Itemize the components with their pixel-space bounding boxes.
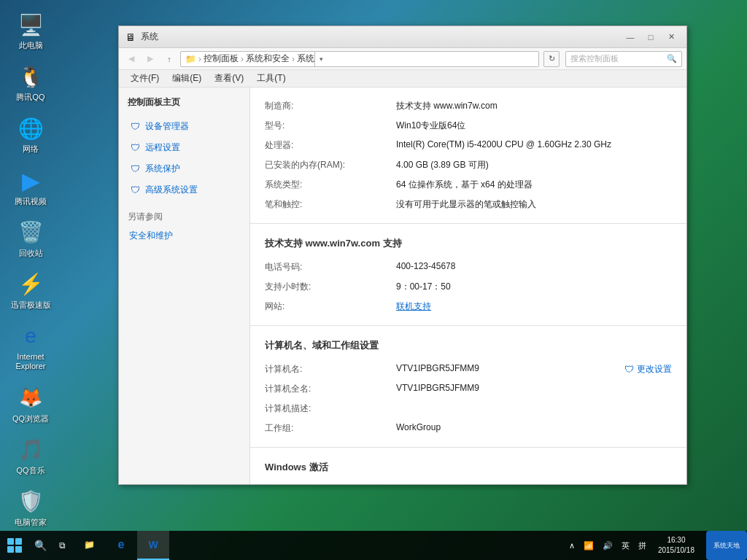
menu-file[interactable]: 文件(F): [125, 71, 165, 87]
up-button[interactable]: ↑: [161, 51, 177, 67]
section-computer-name: 计算机名、域和工作组设置 计算机名: VTV1IPBGR5JFMM9 🛡 更改设…: [250, 326, 686, 448]
main-content: 制造商: 技术支持 www.win7w.com 型号: Win10专业版64位 …: [250, 88, 686, 484]
icon-tencent-video[interactable]: ▶ 腾讯视频: [7, 163, 54, 209]
sidebar: 控制面板主页 🛡 设备管理器 🛡 远程设置 🛡 系统保护 🛡 高级系统设置: [119, 88, 250, 484]
breadcrumb-security: 系统和安全: [246, 52, 290, 65]
label-computer-fullname: 计算机全名:: [265, 383, 396, 395]
icon-xunlei[interactable]: ⚡ 迅雷极速版: [7, 267, 54, 313]
security-maintenance-link[interactable]: 安全和维护: [125, 228, 244, 244]
shield-icon-4: 🛡: [129, 184, 141, 196]
row-processor: 处理器: Intel(R) Core(TM) i5-4200U CPU @ 1.…: [265, 136, 672, 155]
activation-title: Windows 激活: [265, 456, 672, 478]
address-dropdown-button[interactable]: ▾: [314, 51, 328, 67]
row-model: 型号: Win10专业版64位: [265, 116, 672, 136]
breadcrumb-folder-icon: 📁: [185, 54, 196, 64]
start-button[interactable]: [0, 531, 29, 560]
label-manufacturer: 制造商:: [265, 100, 396, 112]
system-window: 🖥 系统 — □ ✕ ◀ ▶ ↑ 📁 › 控制面板 › 系统和安全 ›: [118, 26, 687, 485]
taskbar-ie[interactable]: e: [105, 531, 137, 560]
section-tech-support: 技术支持 www.win7w.com 支持 电话号码: 400-123-4567…: [250, 224, 686, 326]
taskbar-file-explorer[interactable]: 📁: [73, 531, 105, 560]
sys-tray-wifi[interactable]: 📶: [581, 531, 597, 560]
taskbar-word[interactable]: W: [137, 531, 169, 560]
refresh-button[interactable]: ↻: [543, 51, 560, 67]
window-controls: — □ ✕: [621, 30, 681, 44]
label-website: 网站:: [265, 300, 396, 313]
icon-network[interactable]: 🌐 网络: [7, 111, 54, 157]
value-system-type: 64 位操作系统，基于 x64 的处理器: [396, 179, 672, 191]
label-pen-touch: 笔和触控:: [265, 198, 396, 211]
icon-ie[interactable]: e Internet Explorer: [7, 319, 54, 374]
close-button[interactable]: ✕: [662, 30, 681, 44]
value-computer-name: VTV1IPBGR5JFMM9: [396, 363, 624, 373]
icon-tencent-qq[interactable]: 🐧 腾讯QQ: [7, 59, 54, 105]
value-computer-fullname: VTV1IPBGR5JFMM9: [396, 383, 672, 393]
icon-qq-browser[interactable]: 🦊 QQ浏览器: [7, 381, 54, 427]
recycle-bin-icon: 🗑️: [16, 218, 45, 247]
value-pen-touch: 没有可用于此显示器的笔或触控输入: [396, 198, 672, 211]
window-title-icon: 🖥: [125, 31, 136, 43]
row-ram: 已安装的内存(RAM): 4.00 GB (3.89 GB 可用): [265, 155, 672, 175]
taskbar-search-button[interactable]: 🔍: [29, 531, 51, 560]
sidebar-system-protection[interactable]: 🛡 系统保护: [125, 160, 244, 178]
section-edition: 制造商: 技术支持 www.win7w.com 型号: Win10专业版64位 …: [250, 88, 686, 224]
computer-name-title: 计算机名、域和工作组设置: [265, 335, 672, 357]
icon-recycle-bin[interactable]: 🗑️ 回收站: [7, 215, 54, 261]
icon-qq-music[interactable]: 🎵 QQ音乐: [7, 432, 54, 478]
advanced-settings-label: 高级系统设置: [145, 184, 198, 196]
minimize-button[interactable]: —: [621, 30, 640, 44]
change-settings-button[interactable]: 🛡 更改设置: [624, 363, 672, 376]
menu-edit[interactable]: 编辑(E): [166, 71, 207, 87]
window-titlebar: 🖥 系统 — □ ✕: [119, 26, 686, 48]
menu-bar: 文件(F) 编辑(E) 查看(V) 工具(T): [119, 70, 686, 88]
remote-settings-label: 远程设置: [145, 141, 180, 154]
row-activated: Windows 已激活 阅读 Microsoft 软件许可条款: [265, 481, 672, 484]
shield-icon-1: 🛡: [129, 121, 141, 133]
breadcrumb-system: 系统: [297, 52, 314, 65]
label-system-type: 系统类型:: [265, 179, 396, 191]
tencent-video-label: 腾讯视频: [15, 197, 47, 206]
address-bar[interactable]: 📁 › 控制面板 › 系统和安全 › 系统 ▾: [180, 51, 539, 67]
icon-pc-manager[interactable]: 🛡️ 电脑管家: [7, 484, 54, 530]
label-phone: 电话号码:: [265, 261, 396, 273]
taskbar-corner[interactable]: 系统天地: [706, 531, 747, 560]
row-phone: 电话号码: 400-123-45678: [265, 257, 672, 277]
taskbar-clock[interactable]: 16:30 2015/10/18: [652, 535, 700, 556]
sys-tray-arrow[interactable]: ∧: [566, 531, 578, 560]
breadcrumb: 📁 › 控制面板 › 系统和安全 › 系统: [185, 52, 314, 65]
network-label: 网络: [23, 144, 39, 154]
row-website: 网站: 联机支持: [265, 297, 672, 316]
windows-logo-icon: [7, 538, 22, 553]
sys-tray-ime[interactable]: 拼: [635, 531, 649, 560]
sidebar-remote-settings[interactable]: 🛡 远程设置: [125, 139, 244, 157]
menu-tools[interactable]: 工具(T): [251, 71, 291, 87]
pc-manager-label: 电脑管家: [15, 518, 47, 527]
sys-tray-lang[interactable]: 英: [619, 531, 632, 560]
sys-tray-volume[interactable]: 🔊: [600, 531, 616, 560]
sidebar-advanced-settings[interactable]: 🛡 高级系统设置: [125, 181, 244, 199]
row-support-hours: 支持小时数: 9：00-17：50: [265, 277, 672, 297]
window-title-text: 系统: [141, 31, 621, 43]
qq-music-icon: 🎵: [16, 435, 45, 464]
ie-label: Internet Explorer: [10, 352, 51, 371]
desktop-icon-list: 🖥️ 此电脑 🐧 腾讯QQ 🌐 网络 ▶ 腾讯视频 🗑️ 回收站 ⚡ 迅雷极速版…: [7, 7, 54, 530]
value-workgroup: WorkGroup: [396, 422, 672, 432]
back-button[interactable]: ◀: [123, 51, 139, 67]
icon-this-pc[interactable]: 🖥️ 此电脑: [7, 7, 54, 53]
value-website[interactable]: 联机支持: [396, 300, 672, 313]
forward-button[interactable]: ▶: [142, 51, 158, 67]
taskbar: 🔍 ⧉ 📁 e W ∧ 📶 🔊 英 拼 16:30 2015/10/18 系统天…: [0, 531, 747, 560]
row-computer-fullname: 计算机全名: VTV1IPBGR5JFMM9: [265, 379, 672, 399]
clock-date: 2015/10/18: [658, 545, 694, 556]
qq-browser-label: QQ浏览器: [12, 414, 49, 424]
task-view-button[interactable]: ⧉: [51, 531, 73, 560]
change-settings-icon: 🛡: [624, 364, 634, 375]
this-pc-icon: 🖥️: [16, 10, 45, 39]
row-workgroup: 工作组: WorkGroup: [265, 419, 672, 438]
qq-browser-icon: 🦊: [16, 384, 45, 413]
sidebar-device-manager[interactable]: 🛡 设备管理器: [125, 117, 244, 136]
search-bar[interactable]: 搜索控制面板 🔍: [565, 51, 682, 67]
row-computer-desc: 计算机描述:: [265, 399, 672, 419]
maximize-button[interactable]: □: [641, 30, 660, 44]
menu-view[interactable]: 查看(V): [209, 71, 249, 87]
